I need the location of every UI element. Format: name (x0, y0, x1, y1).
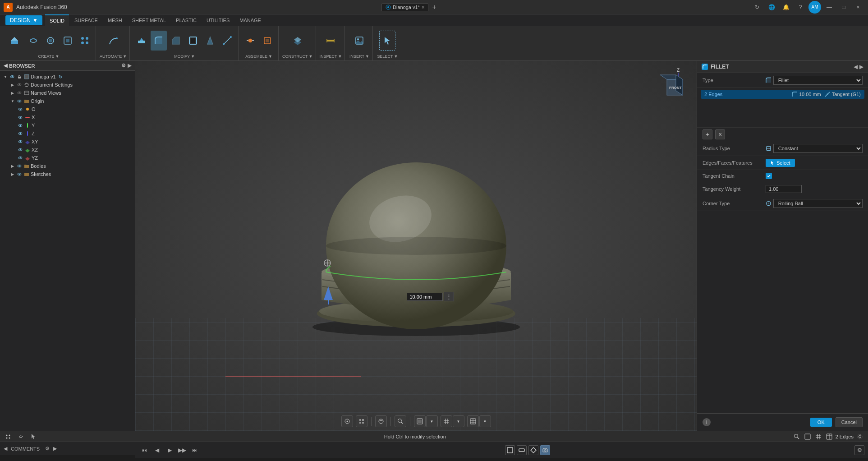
dimension-options-btn[interactable]: ⋮ (444, 292, 454, 301)
info-icon[interactable]: i (703, 418, 711, 426)
sketches-vis[interactable] (16, 171, 23, 177)
status-display-mode[interactable] (803, 432, 812, 441)
z-vis[interactable] (17, 130, 23, 137)
help-icon[interactable]: ? (794, 1, 807, 14)
loft-btn[interactable] (60, 31, 76, 51)
user-avatar[interactable]: AM (808, 1, 821, 14)
tree-origin-yz[interactable]: YZ (0, 154, 135, 162)
extrude-btn[interactable] (5, 29, 24, 52)
tree-origin-xz[interactable]: XZ (0, 146, 135, 154)
tangency-weight-input[interactable] (766, 185, 802, 193)
root-arrow[interactable]: ▼ (3, 74, 8, 79)
pattern-btn[interactable] (77, 31, 93, 51)
display-arrow[interactable]: ▼ (426, 415, 438, 427)
bodies-vis[interactable] (16, 163, 23, 169)
notification-icon[interactable]: 🔔 (780, 1, 792, 14)
create-label[interactable]: CREATE ▼ (38, 54, 60, 59)
tree-origin-y[interactable]: Y (0, 121, 135, 129)
xy-vis[interactable] (17, 138, 23, 145)
tree-sketches[interactable]: ▶ Sketches (0, 170, 135, 178)
joint-btn[interactable] (242, 31, 258, 51)
status-grid-toggle[interactable] (814, 432, 823, 441)
tangent-chain-checkbox[interactable] (766, 173, 772, 179)
snap-btn[interactable] (341, 415, 353, 427)
anim-forward-btn[interactable]: ▶▶ (177, 445, 188, 456)
comments-collapse[interactable]: ◀ (4, 446, 7, 452)
origin-arrow[interactable]: ▼ (10, 98, 15, 104)
doc-settings-vis[interactable] (16, 82, 23, 88)
sweep-btn[interactable] (42, 31, 59, 51)
modify-label[interactable]: MODIFY ▼ (174, 54, 195, 59)
close-btn[interactable]: × (852, 1, 864, 14)
revolve-btn[interactable] (25, 31, 41, 51)
maximize-btn[interactable]: □ (837, 1, 850, 14)
draft-btn[interactable] (202, 31, 218, 51)
grid-snap-btn[interactable] (356, 415, 367, 427)
status-zoom-btn[interactable] (792, 432, 801, 441)
display-mode-btn[interactable] (414, 415, 426, 427)
o-vis[interactable] (17, 106, 23, 112)
scale-btn[interactable] (219, 31, 235, 51)
tab-manage[interactable]: MANAGE (235, 14, 266, 26)
anim-play-btn[interactable]: ▶ (164, 445, 175, 456)
press-pull-btn[interactable] (133, 31, 150, 51)
status-grid-icon[interactable] (4, 432, 13, 441)
orbit-btn[interactable] (375, 415, 387, 427)
root-refresh-icon[interactable]: ↻ (59, 74, 62, 79)
anim-rect-icon[interactable] (517, 445, 527, 455)
grid-display-btn[interactable] (441, 415, 452, 427)
edges-faces-select-btn[interactable]: Select (766, 159, 795, 167)
new-tab-btn[interactable]: + (432, 3, 436, 11)
named-views-vis[interactable] (16, 90, 23, 96)
viewcube[interactable]: Z FRONT (653, 68, 689, 104)
x-vis[interactable] (17, 114, 23, 120)
named-views-arrow[interactable]: ▶ (10, 90, 15, 96)
tree-origin-x[interactable]: X (0, 113, 135, 121)
offset-plane-btn[interactable] (289, 31, 306, 51)
doc-tab[interactable]: Dianoga v1* × (381, 3, 428, 11)
construct-label[interactable]: CONSTRUCT ▼ (282, 54, 312, 59)
tab-surface[interactable]: SURFACE (70, 14, 102, 26)
doc-tab-close[interactable]: × (422, 5, 424, 10)
tree-origin-o[interactable]: O (0, 105, 135, 113)
browser-settings-icon[interactable]: ⚙ (121, 63, 126, 69)
insert-label[interactable]: INSERT ▼ (349, 54, 369, 59)
viewport[interactable]: ⋮ Z FRONT (135, 61, 697, 431)
anim-next-btn[interactable]: ⏭ (189, 445, 200, 456)
tab-solid[interactable]: SOLID (45, 14, 69, 26)
table-btn[interactable] (467, 415, 479, 427)
table-arrow[interactable]: ▼ (479, 415, 491, 427)
chamfer-btn[interactable] (168, 31, 184, 51)
shell-btn[interactable] (185, 31, 201, 51)
anim-box-icon[interactable] (505, 445, 515, 455)
status-settings-btn[interactable] (855, 432, 864, 441)
fillet-remove-btn[interactable]: × (715, 129, 725, 139)
corner-type-select[interactable]: Rolling Ball Setback (773, 199, 863, 208)
origin-vis[interactable] (16, 98, 23, 104)
ok-button[interactable]: OK (810, 418, 832, 427)
path-btn[interactable] (105, 31, 121, 51)
fillet-collapse-btn[interactable]: ◀ (854, 64, 858, 70)
insert-image-btn[interactable] (351, 31, 367, 51)
comments-settings[interactable]: ⚙ (45, 446, 50, 452)
design-button[interactable]: DESIGN ▼ (5, 15, 42, 25)
radius-type-select[interactable]: Constant Variable (773, 144, 863, 153)
xz-vis[interactable] (17, 147, 23, 153)
dimension-value[interactable] (407, 293, 443, 301)
fillet-expand-btn[interactable]: ▶ (859, 64, 863, 70)
tree-origin-xy[interactable]: XY (0, 138, 135, 146)
fillet-type-select[interactable]: Fillet Chamfer (773, 76, 863, 85)
browser-collapse-icon[interactable]: ◀ (4, 63, 7, 69)
tree-root[interactable]: ▼ Dianoga v1 ↻ (0, 73, 135, 81)
bodies-arrow[interactable]: ▶ (10, 163, 15, 169)
comments-expand[interactable]: ▶ (53, 446, 57, 452)
y-vis[interactable] (17, 122, 23, 129)
status-table-toggle[interactable] (825, 432, 834, 441)
tree-bodies[interactable]: ▶ Bodies (0, 162, 135, 170)
minimize-btn[interactable]: — (823, 1, 836, 14)
cancel-button[interactable]: Cancel (836, 417, 863, 427)
browser-expand-icon[interactable]: ▶ (128, 63, 131, 69)
zoom-btn[interactable] (395, 415, 406, 427)
refresh-icon[interactable]: ↻ (751, 1, 763, 14)
globe-icon[interactable]: 🌐 (765, 1, 778, 14)
